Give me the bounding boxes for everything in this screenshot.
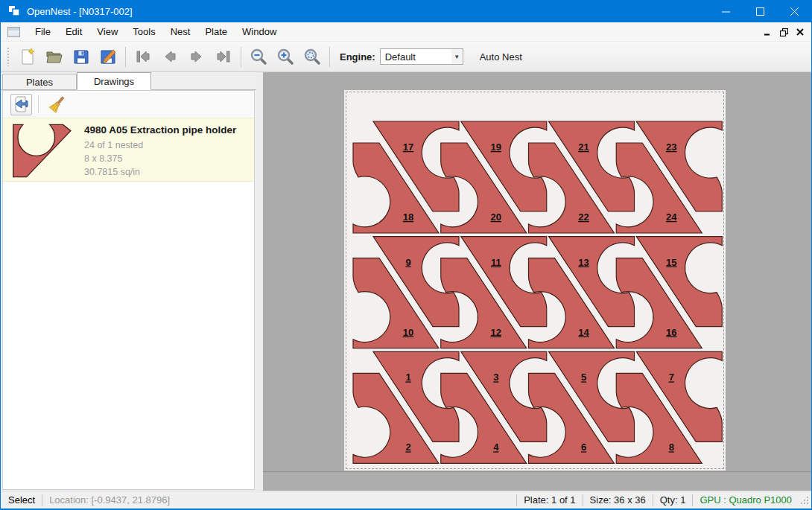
drawing-nested-count: 24 of 1 nested <box>84 138 236 152</box>
save-as-button[interactable] <box>95 45 121 68</box>
chevron-down-icon: ▼ <box>451 49 463 64</box>
zoom-in-icon <box>276 48 294 66</box>
toolbar-separator <box>241 47 241 67</box>
part-number-label: 2 <box>405 442 410 453</box>
import-drawing-button[interactable] <box>10 94 32 115</box>
status-size: Size: 36 x 36 <box>590 494 646 506</box>
part-number-label: 7 <box>669 372 674 383</box>
drawing-size: 8 x 8.375 <box>84 152 236 165</box>
status-gpu: GPU : Quadro P1000 <box>700 494 792 506</box>
toolbar-separator <box>125 47 126 67</box>
part-number-label: 16 <box>666 327 676 338</box>
open-button[interactable] <box>41 45 68 68</box>
part-number-label: 3 <box>493 372 498 383</box>
part-number-label: 11 <box>491 257 501 268</box>
part-pair: 2324 <box>616 121 722 233</box>
zoom-fit-button[interactable] <box>299 45 326 68</box>
maximize-button[interactable] <box>743 0 777 22</box>
status-mode: Select <box>8 494 35 506</box>
menu-item-edit[interactable]: Edit <box>58 23 89 40</box>
last-plate-button[interactable] <box>210 45 237 68</box>
main-toolbar: Engine: Default ▼ Auto Nest <box>1 42 811 72</box>
part-number-label: 5 <box>581 372 586 383</box>
clear-drawings-button[interactable] <box>46 94 68 115</box>
minimize-button[interactable] <box>708 0 743 22</box>
part-number-label: 6 <box>581 442 586 453</box>
left-panel: Plates Drawings <box>1 72 256 491</box>
app-window: OpenNest - [N0317-002] FileEditViewTools… <box>0 0 812 510</box>
drawing-title: 4980 A05 Extraction pipe holder <box>84 124 236 136</box>
drawings-panel: 4980 A05 Extraction pipe holder 24 of 1 … <box>2 90 255 490</box>
mdi-close-button[interactable] <box>792 25 808 39</box>
menu-item-view[interactable]: View <box>89 23 125 40</box>
mdi-minimize-button[interactable] <box>759 25 775 39</box>
status-bar: Select Location: [-0.9437, 21.8796] Plat… <box>1 491 811 509</box>
resize-grip[interactable] <box>799 495 809 505</box>
first-plate-button[interactable] <box>130 45 156 68</box>
part-number-label: 22 <box>578 211 589 223</box>
new-document-icon <box>19 48 37 66</box>
drawing-list-item[interactable]: 4980 A05 Extraction pipe holder 24 of 1 … <box>3 118 254 182</box>
zoom-out-button[interactable] <box>245 45 272 68</box>
open-folder-icon <box>45 48 63 66</box>
auto-nest-button[interactable]: Auto Nest <box>474 48 528 66</box>
engine-combobox[interactable]: Default ▼ <box>380 48 463 65</box>
part-number-label: 9 <box>405 257 410 268</box>
next-plate-button[interactable] <box>183 45 210 68</box>
horizontal-scrollbar[interactable] <box>263 471 812 491</box>
status-plate: Plate: 1 of 1 <box>524 494 575 506</box>
close-icon <box>790 7 799 16</box>
part-number-label: 14 <box>578 327 589 338</box>
tab-drawings[interactable]: Drawings <box>77 72 151 90</box>
engine-value: Default <box>385 51 416 63</box>
status-qty: Qty: 1 <box>660 494 686 506</box>
part-number-label: 4 <box>493 442 499 453</box>
part-pair: 34 <box>441 351 547 463</box>
part-number-label: 17 <box>403 141 413 153</box>
menu-item-plate[interactable]: Plate <box>197 23 235 40</box>
panel-tabstrip: Plates Drawings <box>1 72 256 90</box>
part-number-label: 15 <box>666 257 676 268</box>
nest-canvas[interactable]: 171819202122232491011121314151612345678 <box>263 72 812 471</box>
part-pair: 78 <box>616 351 722 463</box>
minimize-icon <box>722 7 730 16</box>
part-pair: 1112 <box>441 237 547 348</box>
tab-plates[interactable]: Plates <box>2 74 77 89</box>
maximize-icon <box>756 7 764 16</box>
part-number-label: 13 <box>578 257 589 268</box>
close-button[interactable] <box>777 0 811 22</box>
menu-item-file[interactable]: File <box>28 23 58 40</box>
plate-sheet[interactable]: 171819202122232491011121314151612345678 <box>344 90 726 471</box>
toolbar-grip[interactable] <box>7 47 10 66</box>
previous-plate-button[interactable] <box>156 45 183 68</box>
menu-item-tools[interactable]: Tools <box>125 23 162 40</box>
save-button[interactable] <box>68 45 95 68</box>
part-number-label: 10 <box>403 327 413 338</box>
status-separator <box>516 494 517 506</box>
go-next-icon <box>187 48 206 66</box>
mdi-restore-icon <box>780 28 788 36</box>
go-first-icon <box>133 48 153 66</box>
mdi-document-icon[interactable] <box>7 27 20 37</box>
panel-splitter[interactable] <box>256 72 263 491</box>
menu-item-window[interactable]: Window <box>235 23 284 40</box>
mdi-minimize-icon <box>764 28 771 36</box>
part-number-label: 24 <box>666 211 677 223</box>
zoom-out-icon <box>250 48 267 66</box>
part-number-label: 8 <box>669 442 674 453</box>
status-location: Location: [-0.9437, 21.8796] <box>49 494 170 506</box>
drawing-area: 30.7815 sq/in <box>84 165 236 179</box>
part-pair: 1314 <box>529 237 635 348</box>
zoom-in-button[interactable] <box>272 45 299 68</box>
window-title: OpenNest - [N0317-002] <box>27 6 133 17</box>
save-edit-icon <box>99 48 117 66</box>
mdi-restore-button[interactable] <box>775 25 792 39</box>
part-number-label: 19 <box>491 141 501 153</box>
part-pair: 910 <box>353 237 459 348</box>
new-button[interactable] <box>14 45 41 68</box>
status-separator <box>692 494 693 506</box>
app-icon <box>8 5 21 17</box>
menu-item-nest[interactable]: Nest <box>163 23 198 40</box>
mdi-close-icon <box>796 28 804 36</box>
menu-bar: FileEditViewToolsNestPlateWindow <box>1 22 811 42</box>
